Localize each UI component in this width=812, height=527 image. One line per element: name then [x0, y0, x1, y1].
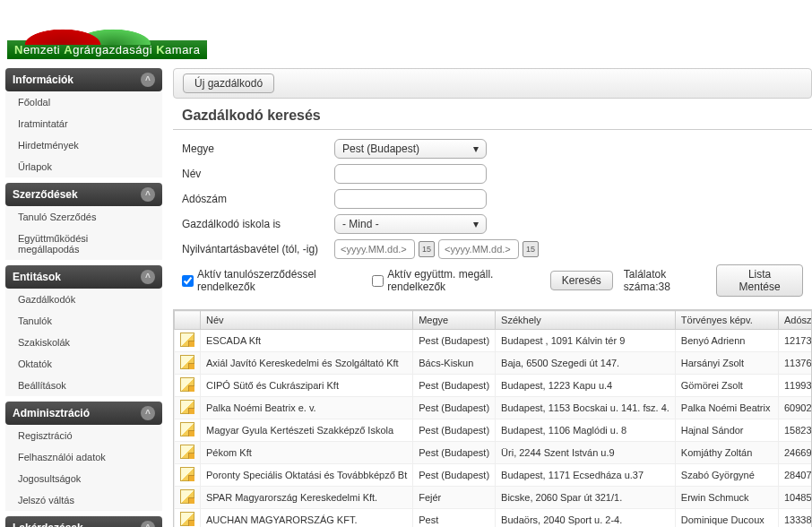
taxno-label: Adószám: [182, 193, 334, 205]
table-row[interactable]: Poronty Speciális Oktatási és Továbbképz…: [175, 464, 813, 487]
school-label: Gazdálkodó iskola is: [182, 218, 334, 230]
edit-icon[interactable]: [180, 333, 194, 347]
column-header[interactable]: Adószám: [778, 311, 812, 330]
cell-seat: Baja, 6500 Szegedi út 147.: [496, 352, 676, 375]
sidebar-section-header[interactable]: Entitások^: [5, 265, 162, 289]
chevron-up-icon: ^: [141, 73, 155, 87]
chevron-down-icon: ▾: [473, 218, 479, 230]
top-toolbar: Új gazdálkodó: [173, 68, 812, 99]
edit-icon[interactable]: [180, 422, 194, 436]
cell-name: Palka Noémi Beatrix e. v.: [201, 397, 413, 419]
sidebar-item[interactable]: Beállítások: [5, 375, 162, 396]
content-area: Új gazdálkodó Gazdálkodó keresés Megye P…: [168, 63, 812, 527]
cell-tax: 10485824-2-07: [778, 487, 812, 509]
cell-name: SPAR Magyarország Kereskedelmi Kft.: [201, 487, 413, 509]
cell-tax: 11993393-2-43: [778, 375, 812, 397]
cell-seat: Üri, 2244 Szent István u.9: [496, 442, 676, 464]
column-header[interactable]: Székhely: [496, 311, 676, 330]
chevron-up-icon: ^: [141, 521, 155, 527]
active-coop-checkbox[interactable]: Aktív együttm. megáll. rendelkezők: [372, 268, 544, 293]
sidebar-item[interactable]: Regisztráció: [5, 425, 162, 446]
cell-county: Pest (Budapest): [413, 375, 496, 397]
sidebar-item[interactable]: Oktatók: [5, 353, 162, 375]
edit-icon[interactable]: [180, 355, 194, 369]
column-header[interactable]: [175, 311, 201, 330]
active-student-checkbox[interactable]: Aktív tanulószerződéssel rendelkezők: [182, 268, 367, 293]
sidebar-item[interactable]: Tanulók: [5, 310, 162, 332]
sidebar-item[interactable]: Jelszó váltás: [5, 489, 162, 511]
cell-name: AUCHAN MAGYARORSZÁG KFT.: [201, 509, 413, 528]
table-row[interactable]: ESCADA KftPest (Budapest)Budapest , 1091…: [175, 330, 813, 352]
search-button[interactable]: Keresés: [550, 271, 613, 290]
edit-icon[interactable]: [180, 467, 194, 481]
cell-name: ESCADA Kft: [201, 330, 413, 352]
chevron-up-icon: ^: [141, 270, 155, 284]
cell-tax: 15823302-2-42: [778, 419, 812, 442]
sidebar-item[interactable]: Űrlapok: [5, 156, 162, 177]
results-count: Találatok száma:38: [624, 268, 711, 293]
edit-icon[interactable]: [180, 377, 194, 392]
cell-name: Axiál Javító Kereskedelmi és Szolgáltató…: [201, 352, 413, 375]
taxno-input[interactable]: [334, 189, 487, 209]
filter-form: Megye Pest (Budapest)▾ Név Adószám Gazdá…: [173, 139, 812, 309]
cell-name: Magyar Gyula Kertészeti Szakképző Iskola: [201, 419, 413, 442]
cell-county: Pest (Budapest): [413, 464, 496, 487]
sidebar-section-header[interactable]: Szerződések^: [5, 183, 162, 206]
cell-seat: Budapest , 1091 Kálvin tér 9: [496, 330, 676, 352]
date-to-input[interactable]: [438, 239, 519, 259]
sidebar-section-header[interactable]: Információk^: [5, 68, 162, 91]
county-select[interactable]: Pest (Budapest)▾: [334, 139, 487, 159]
table-row[interactable]: AUCHAN MAGYARORSZÁG KFT.PestBudaörs, 204…: [175, 509, 813, 528]
table-row[interactable]: Pékom KftPest (Budapest)Üri, 2244 Szent …: [175, 442, 813, 464]
cell-name: Pékom Kft: [201, 442, 413, 464]
sidebar-section-header[interactable]: Lekérdezések^: [5, 516, 162, 527]
name-input[interactable]: [334, 164, 487, 184]
cell-county: Bács-Kiskun: [413, 352, 496, 375]
calendar-icon[interactable]: 15: [419, 241, 435, 257]
calendar-icon[interactable]: 15: [523, 241, 539, 257]
cell-rep: Gömörei Zsolt: [675, 375, 778, 397]
sidebar-item[interactable]: Gazdálkodók: [5, 289, 162, 310]
sidebar-item[interactable]: Felhasználói adatok: [5, 446, 162, 468]
table-row[interactable]: Palka Noémi Beatrix e. v.Pest (Budapest)…: [175, 397, 813, 419]
cell-county: Pest (Budapest): [413, 397, 496, 419]
sidebar-item[interactable]: Jogosultságok: [5, 468, 162, 489]
edit-icon[interactable]: [180, 445, 194, 459]
table-row[interactable]: SPAR Magyarország Kereskedelmi Kft.Fejér…: [175, 487, 813, 509]
cell-seat: Budapest, 1223 Kapu u.4: [496, 375, 676, 397]
table-row[interactable]: Magyar Gyula Kertészeti Szakképző Iskola…: [175, 419, 813, 442]
sidebar-section-header[interactable]: Adminisztráció^: [5, 402, 162, 425]
chevron-down-icon: ▾: [473, 143, 479, 155]
save-list-button[interactable]: Lista Mentése: [716, 264, 803, 297]
cell-tax: 28407788-2-42: [778, 464, 812, 487]
chevron-up-icon: ^: [141, 187, 155, 202]
sidebar: Információk^FőoldalIratmintatárHirdetmén…: [0, 63, 168, 527]
cell-rep: Harsányi Zsolt: [675, 352, 778, 375]
edit-icon[interactable]: [180, 489, 194, 504]
sidebar-item[interactable]: Hirdetmények: [5, 134, 162, 156]
cell-county: Fejér: [413, 487, 496, 509]
new-entity-button[interactable]: Új gazdálkodó: [183, 73, 274, 93]
sidebar-item[interactable]: Együttműködési megállapodás: [5, 228, 162, 260]
cell-rep: Palka Noémi Beatrix: [675, 397, 778, 419]
cell-tax: 24669164-2-13: [778, 442, 812, 464]
table-row[interactable]: CIPÓ Sütő és Cukrászipari KftPest (Budap…: [175, 375, 813, 397]
column-header[interactable]: Megye: [413, 311, 496, 330]
sidebar-item[interactable]: Tanuló Szerződés: [5, 206, 162, 228]
table-row[interactable]: Axiál Javító Kereskedelmi és Szolgáltató…: [175, 352, 813, 375]
sidebar-item[interactable]: Főoldal: [5, 91, 162, 113]
edit-icon[interactable]: [180, 400, 194, 414]
column-header[interactable]: Név: [201, 311, 413, 330]
cell-county: Pest (Budapest): [413, 442, 496, 464]
edit-icon[interactable]: [180, 512, 194, 526]
results-table: NévMegyeSzékhelyTörvényes képv.AdószámNy…: [174, 310, 812, 527]
cell-tax: 12173196-2-43: [778, 330, 812, 352]
cell-seat: Budaörs, 2040 Sport u. 2-4.: [496, 509, 676, 528]
sidebar-item[interactable]: Szakiskolák: [5, 332, 162, 353]
date-from-input[interactable]: [334, 239, 415, 259]
sidebar-item[interactable]: Iratmintatár: [5, 113, 162, 134]
column-header[interactable]: Törvényes képv.: [675, 311, 778, 330]
cell-seat: Budapest, 1153 Bocskai u. 141. fsz. 4.: [496, 397, 676, 419]
school-select[interactable]: - Mind -▾: [334, 214, 487, 234]
cell-county: Pest (Budapest): [413, 419, 496, 442]
